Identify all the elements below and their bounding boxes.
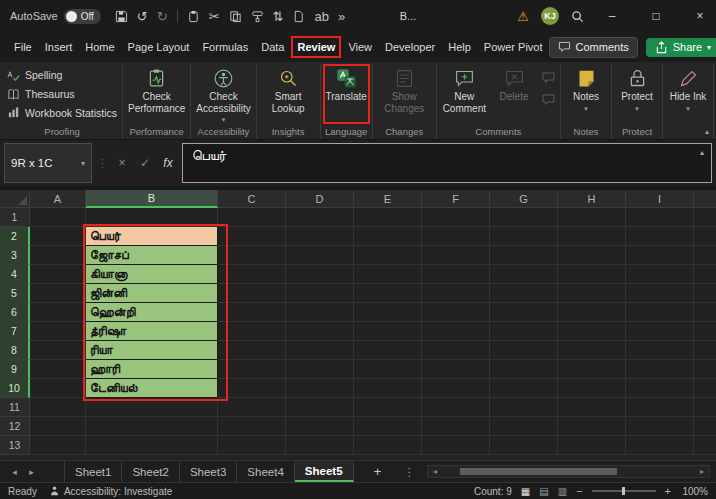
tab-home[interactable]: Home — [79, 36, 120, 58]
cell-e6[interactable] — [354, 303, 422, 322]
cell-d11[interactable] — [286, 398, 354, 417]
cell-g2[interactable] — [490, 227, 558, 246]
cell-h13[interactable] — [558, 436, 626, 455]
cell-g7[interactable] — [490, 322, 558, 341]
warning-icon[interactable]: ⚠ — [517, 9, 529, 24]
row-header-2[interactable]: 2 — [0, 227, 30, 246]
cell-c9[interactable] — [218, 360, 286, 379]
name-box-dropdown-icon[interactable]: ▾ — [81, 159, 85, 168]
cell-a9[interactable] — [30, 360, 86, 379]
cell-h4[interactable] — [558, 265, 626, 284]
cell-c2[interactable] — [218, 227, 286, 246]
row-header-1[interactable]: 1 — [0, 208, 30, 227]
cell-i13[interactable] — [626, 436, 694, 455]
column-header-i[interactable]: I — [626, 190, 694, 208]
cell-a8[interactable] — [30, 341, 86, 360]
autosave-toggle[interactable]: AutoSave Off — [10, 9, 101, 24]
cell-a6[interactable] — [30, 303, 86, 322]
zoom-in-button[interactable]: + — [665, 485, 671, 497]
new-comment-button[interactable]: New Comment — [439, 64, 490, 124]
user-avatar[interactable]: KJ — [541, 7, 559, 25]
tab-insert[interactable]: Insert — [39, 36, 79, 58]
cell-f5[interactable] — [422, 284, 490, 303]
cell-c8[interactable] — [218, 341, 286, 360]
cell-c12[interactable] — [218, 417, 286, 436]
cell-i2[interactable] — [626, 227, 694, 246]
cell-g4[interactable] — [490, 265, 558, 284]
collapse-formula-bar-icon[interactable]: ▴ — [700, 148, 704, 157]
paste-button[interactable] — [187, 10, 200, 23]
cell-b10[interactable]: டேனியல் — [86, 379, 218, 398]
cell-a10[interactable] — [30, 379, 86, 398]
sheet-tab-sheet2[interactable]: Sheet2 — [122, 461, 179, 482]
row-header-11[interactable]: 11 — [0, 398, 30, 417]
column-header-g[interactable]: G — [490, 190, 558, 208]
tab-developer[interactable]: Developer — [379, 36, 441, 58]
cell-b6[interactable]: ஹென்றி — [86, 303, 218, 322]
cell-f8[interactable] — [422, 341, 490, 360]
cell-g1[interactable] — [490, 208, 558, 227]
zoom-slider-thumb[interactable] — [622, 487, 625, 495]
cell-f9[interactable] — [422, 360, 490, 379]
cell-g10[interactable] — [490, 379, 558, 398]
cell-c3[interactable] — [218, 246, 286, 265]
column-header-c[interactable]: C — [218, 190, 286, 208]
cell-g8[interactable] — [490, 341, 558, 360]
smart-lookup-button[interactable]: Smart Lookup — [259, 64, 318, 124]
cell-i6[interactable] — [626, 303, 694, 322]
cell-d13[interactable] — [286, 436, 354, 455]
cell-d10[interactable] — [286, 379, 354, 398]
maximize-button[interactable]: □ — [640, 0, 672, 32]
select-all-corner[interactable] — [0, 190, 30, 208]
row-header-5[interactable]: 5 — [0, 284, 30, 303]
cell-d2[interactable] — [286, 227, 354, 246]
view-page-break-button[interactable]: ▥ — [558, 486, 567, 497]
cell-b2[interactable]: பெயர் — [86, 227, 218, 246]
cell-b7[interactable]: த்ரிஷா — [86, 322, 218, 341]
cut-button[interactable]: ✂ — [209, 9, 220, 24]
zoom-out-button[interactable]: − — [576, 485, 582, 497]
row-header-13[interactable]: 13 — [0, 436, 30, 455]
cell-i5[interactable] — [626, 284, 694, 303]
sheet-tab-sheet5[interactable]: Sheet5 — [295, 461, 354, 482]
copy-button[interactable] — [229, 10, 242, 23]
format-painter-button[interactable] — [251, 10, 264, 23]
cell-f4[interactable] — [422, 265, 490, 284]
cell-f3[interactable] — [422, 246, 490, 265]
cell-f11[interactable] — [422, 398, 490, 417]
undo-button[interactable]: ↺ — [137, 9, 148, 24]
accessibility-status-button[interactable]: Accessibility: Investigate — [49, 485, 172, 497]
cell-f7[interactable] — [422, 322, 490, 341]
cell-i9[interactable] — [626, 360, 694, 379]
check-accessibility-button[interactable]: Check Accessibility ▾ — [193, 64, 253, 124]
cell-e2[interactable] — [354, 227, 422, 246]
cell-d1[interactable] — [286, 208, 354, 227]
comments-button[interactable]: Comments — [549, 37, 638, 58]
cell-e4[interactable] — [354, 265, 422, 284]
tab-help[interactable]: Help — [442, 36, 477, 58]
cell-c13[interactable] — [218, 436, 286, 455]
cell-d6[interactable] — [286, 303, 354, 322]
cell-i3[interactable] — [626, 246, 694, 265]
delete-comment-button[interactable]: Delete — [491, 64, 537, 124]
cell-f13[interactable] — [422, 436, 490, 455]
save-button[interactable] — [115, 10, 128, 23]
horizontal-scrollbar[interactable]: ◂ ▸ — [427, 465, 710, 478]
cell-b5[interactable]: ஜின்னி — [86, 284, 218, 303]
cell-f6[interactable] — [422, 303, 490, 322]
zoom-slider[interactable] — [592, 490, 656, 492]
autosave-switch[interactable]: Off — [64, 9, 101, 24]
formula-input[interactable]: பெயர் ▴ — [182, 143, 712, 183]
cell-b1[interactable] — [86, 208, 218, 227]
row-header-6[interactable]: 6 — [0, 303, 30, 322]
cell-f2[interactable] — [422, 227, 490, 246]
cell-a7[interactable] — [30, 322, 86, 341]
tab-file[interactable]: File — [8, 36, 38, 58]
cell-e3[interactable] — [354, 246, 422, 265]
cell-h9[interactable] — [558, 360, 626, 379]
tab-data[interactable]: Data — [255, 36, 290, 58]
cell-h10[interactable] — [558, 379, 626, 398]
tab-power-pivot[interactable]: Power Pivot — [478, 36, 549, 58]
cell-d5[interactable] — [286, 284, 354, 303]
new-sheet-button[interactable]: + — [366, 461, 390, 482]
